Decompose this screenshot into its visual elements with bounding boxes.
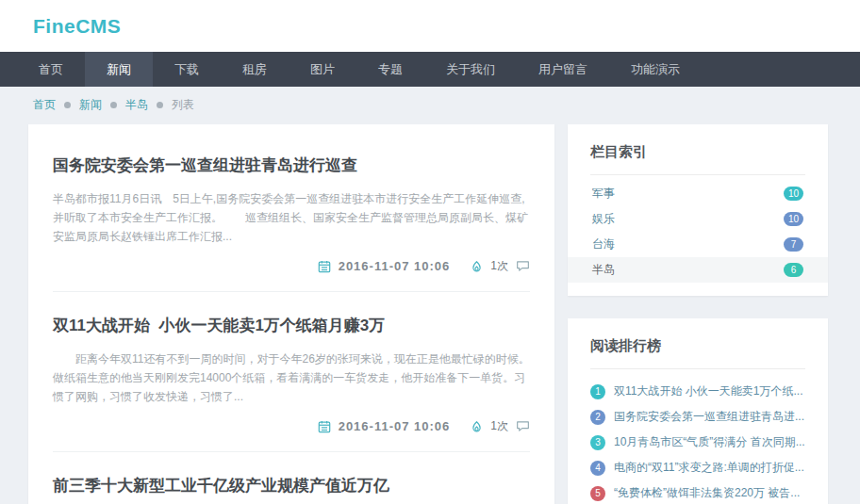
nav-item-images[interactable]: 图片 bbox=[289, 52, 356, 87]
article-title-link[interactable]: 双11大战开始 小伙一天能卖1万个纸箱月赚3万 bbox=[53, 315, 530, 336]
article-views: 1次 bbox=[490, 418, 508, 434]
article-title-link[interactable]: 前三季十大新型工业千亿级产业规模产值近万亿 bbox=[53, 475, 530, 496]
nav-item-topics[interactable]: 专题 bbox=[356, 52, 424, 87]
rank-badge: 5 bbox=[590, 486, 605, 501]
nav-item-demo[interactable]: 功能演示 bbox=[609, 52, 702, 87]
ranking-text: 10月青岛市区“气质”得满分 首次同期... bbox=[614, 434, 805, 450]
flame-icon bbox=[471, 420, 483, 433]
nav-item-rent[interactable]: 租房 bbox=[221, 52, 289, 87]
nav-item-home[interactable]: 首页 bbox=[17, 52, 85, 87]
column-label: 半岛 bbox=[592, 262, 615, 278]
panel-title: 阅读排行榜 bbox=[590, 337, 805, 369]
column-label: 娱乐 bbox=[592, 211, 615, 227]
count-badge: 6 bbox=[784, 263, 803, 277]
page-body: 国务院安委会第一巡查组进驻青岛进行巡查 半岛都市报11月6日讯 5日上午,国务院… bbox=[0, 122, 860, 504]
article-meta: 2016-11-07 10:06 1次 bbox=[53, 418, 530, 434]
breadcrumb-news[interactable]: 新闻 bbox=[79, 97, 102, 113]
logo[interactable]: FineCMS bbox=[33, 15, 121, 38]
breadcrumb-bandao[interactable]: 半岛 bbox=[125, 97, 148, 113]
comment-icon[interactable] bbox=[516, 260, 530, 272]
nav-item-news[interactable]: 新闻 bbox=[85, 52, 153, 87]
ranking-item[interactable]: 2 国务院安委会第一巡查组进驻青岛进... bbox=[590, 404, 805, 430]
sidebar-item-military[interactable]: 军事 10 bbox=[590, 181, 805, 206]
breadcrumb-home[interactable]: 首页 bbox=[33, 97, 56, 113]
rank-badge: 4 bbox=[590, 461, 605, 476]
article-excerpt: 半岛都市报11月6日讯 5日上午,国务院安委会第一巡查组进驻本市进行安全生产工作… bbox=[53, 189, 530, 246]
ranking-list: 1 双11大战开始 小伙一天能卖1万个纸... 2 国务院安委会第一巡查组进驻青… bbox=[590, 379, 805, 504]
article-list: 国务院安委会第一巡查组进驻青岛进行巡查 半岛都市报11月6日讯 5日上午,国务院… bbox=[28, 124, 554, 504]
column-index-panel: 栏目索引 军事 10 娱乐 10 台海 7 半岛 6 bbox=[568, 124, 828, 296]
breadcrumb-dot bbox=[157, 102, 163, 108]
main-nav: 首页 新闻 下载 租房 图片 专题 关于我们 用户留言 功能演示 bbox=[0, 52, 860, 87]
rank-badge: 2 bbox=[590, 410, 605, 425]
sidebar-item-taiwan[interactable]: 台海 7 bbox=[590, 232, 805, 257]
breadcrumb-dot bbox=[64, 102, 71, 108]
column-list: 军事 10 娱乐 10 台海 7 半岛 6 bbox=[590, 181, 805, 283]
nav-item-about[interactable]: 关于我们 bbox=[424, 52, 517, 87]
article-title-link[interactable]: 国务院安委会第一巡查组进驻青岛进行巡查 bbox=[53, 154, 530, 176]
comment-icon[interactable] bbox=[516, 420, 530, 432]
sidebar: 栏目索引 军事 10 娱乐 10 台海 7 半岛 6 bbox=[568, 124, 828, 504]
calendar-icon bbox=[318, 260, 331, 273]
column-label: 军事 bbox=[592, 186, 615, 202]
sidebar-item-bandao[interactable]: 半岛 6 bbox=[568, 257, 828, 283]
article-item: 双11大战开始 小伙一天能卖1万个纸箱月赚3万 距离今年双11还有不到一周的时间… bbox=[53, 292, 530, 452]
nav-item-guestbook[interactable]: 用户留言 bbox=[517, 52, 609, 87]
article-date: 2016-11-07 10:06 bbox=[339, 419, 451, 433]
nav-item-download[interactable]: 下载 bbox=[153, 52, 221, 87]
panel-title: 栏目索引 bbox=[590, 143, 805, 175]
ranking-item[interactable]: 3 10月青岛市区“气质”得满分 首次同期... bbox=[590, 430, 805, 455]
rank-badge: 1 bbox=[590, 384, 605, 399]
ranking-text: 电商的“双11”求变之路:单调的打折促... bbox=[614, 460, 804, 476]
ranking-text: “免费体检”做饵非法集资220万 被告... bbox=[614, 485, 800, 501]
flame-icon bbox=[471, 260, 483, 273]
article-date: 2016-11-07 10:06 bbox=[339, 259, 451, 273]
count-badge: 10 bbox=[784, 187, 803, 201]
article-meta: 2016-11-07 10:06 1次 bbox=[53, 258, 530, 274]
calendar-icon bbox=[318, 420, 331, 433]
ranking-text: 国务院安委会第一巡查组进驻青岛进... bbox=[614, 409, 804, 425]
breadcrumb-dot bbox=[110, 102, 117, 108]
article-item: 前三季十大新型工业千亿级产业规模产值近万亿 为转变工业发展方式、调整工业发展结构… bbox=[53, 452, 530, 504]
ranking-item[interactable]: 1 双11大战开始 小伙一天能卖1万个纸... bbox=[590, 379, 805, 404]
ranking-item[interactable]: 4 电商的“双11”求变之路:单调的打折促... bbox=[590, 455, 805, 480]
ranking-item[interactable]: 5 “免费体检”做饵非法集资220万 被告... bbox=[590, 480, 805, 504]
ranking-panel: 阅读排行榜 1 双11大战开始 小伙一天能卖1万个纸... 2 国务院安委会第一… bbox=[568, 318, 828, 504]
article-item: 国务院安委会第一巡查组进驻青岛进行巡查 半岛都市报11月6日讯 5日上午,国务院… bbox=[53, 132, 530, 292]
breadcrumb-list: 列表 bbox=[172, 97, 194, 113]
count-badge: 10 bbox=[784, 212, 803, 226]
ranking-text: 双11大战开始 小伙一天能卖1万个纸... bbox=[614, 383, 802, 399]
rank-badge: 3 bbox=[590, 435, 605, 450]
article-views: 1次 bbox=[490, 258, 508, 274]
count-badge: 7 bbox=[784, 237, 803, 252]
breadcrumb: 首页 新闻 半岛 列表 bbox=[0, 87, 860, 122]
site-header: FineCMS bbox=[0, 0, 860, 52]
column-label: 台海 bbox=[592, 236, 615, 252]
article-excerpt: 距离今年双11还有不到一周的时间，对于今年26岁的张珂来说，现在正是他最忙碌的时… bbox=[53, 350, 530, 406]
sidebar-item-entertainment[interactable]: 娱乐 10 bbox=[590, 206, 805, 232]
